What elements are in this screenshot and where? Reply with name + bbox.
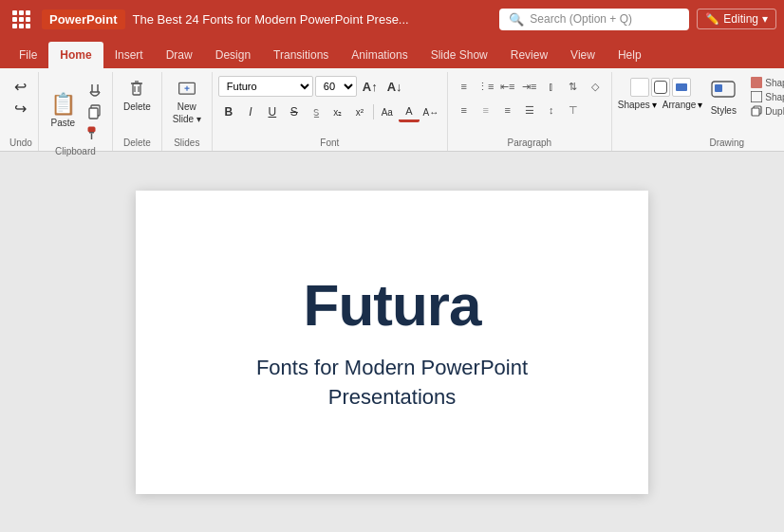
- svg-rect-3: [88, 127, 95, 132]
- tab-animations[interactable]: Animations: [340, 42, 419, 68]
- slide-title: Futura: [304, 271, 481, 339]
- italic-button[interactable]: I: [240, 101, 261, 122]
- increase-indent-button[interactable]: ⇥≡: [519, 76, 540, 97]
- new-slide-button[interactable]: New Slide ▾: [168, 76, 206, 127]
- ribbon-group-drawing: Shapes ▾ Arrange ▾ Styles Shape Fill: [612, 72, 784, 151]
- shape-fill-button[interactable]: Shape Fill ▾: [748, 76, 784, 89]
- chevron-down-icon: ▾: [762, 12, 768, 26]
- slide-area: Futura Fonts for Modern PowerPoint Prese…: [0, 152, 784, 532]
- duplicate-button[interactable]: Duplicate: [748, 104, 784, 118]
- font-size-select[interactable]: 60: [315, 76, 357, 97]
- ribbon-group-paragraph: ≡ ⋮≡ ⇤≡ ⇥≡ ⫿ ⇅ ◇ ≡ ≡ ≡ ☰ ↕ ⊤ Paragraph: [448, 72, 612, 151]
- paste-label: Paste: [51, 118, 76, 128]
- svg-rect-17: [751, 77, 762, 88]
- tab-file[interactable]: File: [8, 42, 48, 68]
- tab-transitions[interactable]: Transitions: [262, 42, 340, 68]
- delete-button[interactable]: Delete: [119, 76, 156, 115]
- svg-rect-4: [89, 132, 94, 134]
- paragraph-group-label: Paragraph: [507, 138, 551, 151]
- paste-icon: 📋: [50, 92, 76, 117]
- tab-review[interactable]: Review: [499, 42, 559, 68]
- shape-fill-label: Shape Fill: [765, 78, 784, 88]
- pencil-icon: ✏️: [705, 12, 719, 26]
- slide[interactable]: Futura Fonts for Modern PowerPoint Prese…: [136, 191, 648, 494]
- tab-help[interactable]: Help: [607, 42, 653, 68]
- clipboard-group-label: Clipboard: [55, 146, 96, 159]
- search-icon: 🔍: [509, 12, 524, 27]
- align-left-button[interactable]: ≡: [454, 100, 475, 120]
- text-case-button[interactable]: Aa: [377, 101, 398, 122]
- svg-rect-18: [751, 91, 762, 102]
- line-spacing-button[interactable]: ↕: [541, 100, 562, 120]
- app-grid-icon[interactable]: [8, 6, 34, 32]
- copy-button[interactable]: [84, 101, 106, 122]
- tab-design[interactable]: Design: [204, 42, 262, 68]
- document-title: The Best 24 Fonts for Modern PowerPoint …: [133, 12, 493, 27]
- styles-label: Styles: [711, 105, 737, 116]
- subscript-button[interactable]: x₂: [327, 101, 348, 122]
- underline-button[interactable]: U: [262, 101, 283, 122]
- svg-rect-2: [89, 108, 98, 119]
- bullets-button[interactable]: ≡: [454, 76, 475, 97]
- slide-subtitle: Fonts for Modern PowerPoint Presentation…: [256, 354, 528, 413]
- superscript-button[interactable]: x²: [349, 101, 370, 122]
- new-slide-label: New: [177, 101, 196, 112]
- tab-home[interactable]: Home: [48, 42, 103, 68]
- char-spacing-button[interactable]: A↔: [420, 101, 441, 122]
- bold-button[interactable]: B: [218, 101, 239, 122]
- paste-button[interactable]: 📋 Paste: [45, 76, 82, 144]
- shadow-button[interactable]: S̲: [306, 101, 327, 122]
- numbering-button[interactable]: ⋮≡: [476, 76, 496, 97]
- increase-font-size-button[interactable]: A↑: [359, 76, 382, 97]
- align-text-button[interactable]: ⊤: [563, 100, 584, 120]
- format-painter-button[interactable]: [84, 123, 106, 144]
- title-bar: PowerPoint The Best 24 Fonts for Modern …: [0, 0, 784, 38]
- search-box[interactable]: 🔍 Search (Option + Q): [499, 9, 689, 30]
- columns-button[interactable]: ⫿: [541, 76, 562, 97]
- editing-label: Editing: [723, 12, 758, 26]
- redo-button[interactable]: ↪: [10, 98, 31, 119]
- drawing-group-label: Drawing: [709, 138, 744, 151]
- app-logo: PowerPoint: [42, 9, 125, 29]
- justify-button[interactable]: ☰: [519, 100, 540, 120]
- convert-smartart-button[interactable]: ◇: [585, 76, 606, 97]
- delete-group-label: Delete: [123, 138, 151, 151]
- svg-rect-15: [715, 84, 722, 92]
- shapes-label: Shapes: [618, 100, 650, 110]
- arrange-label: Arrange: [663, 100, 697, 110]
- strikethrough-button[interactable]: S: [284, 101, 305, 122]
- shape-outline-label: Shape Outline: [765, 92, 784, 102]
- tab-view[interactable]: View: [559, 42, 607, 68]
- svg-rect-20: [752, 108, 759, 116]
- text-direction-button[interactable]: ⇅: [563, 76, 584, 97]
- ribbon-group-delete: Delete Delete: [113, 72, 162, 151]
- align-right-button[interactable]: ≡: [497, 100, 518, 120]
- delete-label: Delete: [123, 101, 151, 112]
- cut-button[interactable]: [84, 80, 106, 101]
- decrease-indent-button[interactable]: ⇤≡: [497, 76, 518, 97]
- editing-button[interactable]: ✏️ Editing ▾: [697, 9, 776, 29]
- tab-draw[interactable]: Draw: [155, 42, 204, 68]
- undo-group-label: Undo: [9, 138, 32, 151]
- ribbon-tabs: File Home Insert Draw Design Transitions…: [0, 38, 784, 68]
- font-family-select[interactable]: Futuro: [218, 76, 313, 97]
- duplicate-label: Duplicate: [765, 106, 784, 117]
- new-slide-label2: Slide ▾: [173, 114, 201, 124]
- ribbon: ↩ ↪ Undo 📋 Paste Cli: [0, 68, 784, 152]
- ribbon-group-font: Futuro 60 A↑ A↓ B I U S S̲ x₂ x² Aa A A↔: [213, 72, 448, 151]
- shapes-dropdown-icon[interactable]: ▾: [652, 100, 657, 110]
- ribbon-group-clipboard: 📋 Paste Clipboard: [39, 72, 113, 151]
- shape-outline-button[interactable]: Shape Outline ▾: [748, 90, 784, 103]
- svg-rect-7: [133, 83, 140, 95]
- undo-button[interactable]: ↩: [10, 76, 31, 97]
- font-color-button[interactable]: A: [399, 101, 420, 122]
- tab-slideshow[interactable]: Slide Show: [420, 42, 499, 68]
- arrange-dropdown-icon[interactable]: ▾: [698, 100, 702, 110]
- tab-insert[interactable]: Insert: [103, 42, 155, 68]
- ribbon-group-undo: ↩ ↪ Undo: [4, 72, 39, 151]
- quick-styles-button[interactable]: Styles: [704, 76, 742, 118]
- slides-group-label: Slides: [174, 138, 199, 151]
- decrease-font-size-button[interactable]: A↓: [383, 76, 406, 97]
- font-group-label: Font: [320, 138, 339, 151]
- align-center-button[interactable]: ≡: [476, 100, 496, 120]
